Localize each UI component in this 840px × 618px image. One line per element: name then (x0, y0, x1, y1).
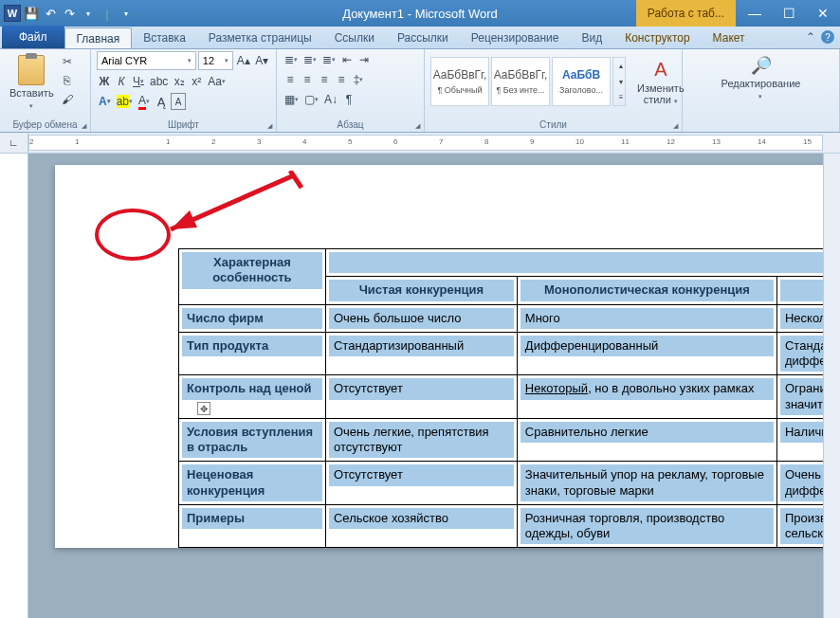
bullets-icon[interactable]: ≣▾ (283, 51, 300, 68)
multilevel-icon[interactable]: ≣▾ (320, 51, 338, 68)
line-spacing-icon[interactable]: ‡▾ (351, 71, 366, 88)
align-center-icon[interactable]: ≡ (300, 71, 315, 88)
cell: Стандартизированный (329, 336, 514, 356)
align-right-icon[interactable]: ≡ (317, 71, 332, 88)
tab-references[interactable]: Ссылки (323, 27, 386, 48)
copy-icon[interactable]: ⎘ (60, 72, 75, 89)
table-tools-tab[interactable]: Работа с таб... (636, 0, 736, 27)
quick-access-toolbar: W 💾 ↶ ↷ ▾ | ▾ (0, 5, 135, 22)
cut-icon[interactable]: ✂ (60, 53, 75, 70)
align-left-icon[interactable]: ≡ (283, 71, 298, 88)
tab-stop-selector[interactable]: ∟ (0, 133, 28, 153)
help-icon[interactable]: ? (821, 30, 834, 44)
save-icon[interactable]: 💾 (23, 5, 40, 22)
borders-icon[interactable]: ▢▾ (302, 91, 320, 108)
show-marks-icon[interactable]: ¶ (341, 91, 356, 108)
close-button[interactable]: ✕ (806, 0, 840, 27)
undo-icon[interactable]: ↶ (42, 5, 59, 22)
th-mono: Монополистическая конкуренция (520, 280, 774, 300)
tab-file[interactable]: Файл (2, 26, 64, 48)
highlight-icon[interactable]: ab▾ (115, 93, 135, 110)
table-row[interactable]: Неценовая конкуренцияОтсутствуетЗначител… (179, 462, 824, 505)
table-row[interactable]: ПримерыСельское хозяйствоРозничная торго… (179, 504, 824, 548)
ruler-tick: 6 (393, 137, 397, 146)
ruler-tick: 4 (302, 137, 306, 146)
row-label: Примеры (182, 508, 322, 529)
redo-icon[interactable]: ↷ (61, 5, 78, 22)
row-label: Условия вступления в отрасль (182, 422, 322, 459)
table-row[interactable]: Тип продуктаСтандартизированныйДифференц… (179, 332, 824, 375)
tab-view[interactable]: Вид (570, 27, 613, 48)
font-color-icon[interactable]: A▾ (137, 93, 152, 110)
tab-page-layout[interactable]: Разметка страницы (197, 27, 323, 48)
style-no-spacing[interactable]: АаБбВвГг, ¶ Без инте... (491, 57, 550, 106)
grow-font-icon[interactable]: A▴ (235, 52, 252, 69)
document-area: ✥ Характерная особенность Моде Чистая ко… (0, 154, 840, 618)
th-model: Моде (329, 252, 823, 273)
sort-icon[interactable]: A↓ (322, 91, 339, 108)
editing-button[interactable]: 🔎 Редактирование▾ (688, 51, 833, 104)
text-effects-icon[interactable]: A▾ (97, 93, 113, 110)
cell: Нескольк (780, 308, 823, 329)
numbering-icon[interactable]: ≣▾ (301, 51, 319, 68)
style-more-icon[interactable]: ≡ (613, 89, 629, 105)
vertical-scrollbar[interactable] (823, 154, 840, 618)
table-row[interactable]: Условия вступления в отрасльОчень легкие… (179, 418, 824, 462)
table-row[interactable]: Контроль над ценойОтсутствуетНекоторый, … (179, 375, 824, 419)
style-gallery[interactable]: АаБбВвГг, ¶ Обычный АаБбВвГг, ¶ Без инте… (430, 57, 611, 106)
tab-table-layout[interactable]: Макет (702, 27, 757, 48)
qat-dd-icon[interactable]: ▾ (118, 5, 135, 22)
qat-more-icon[interactable]: ▾ (80, 5, 97, 22)
cell: Много (520, 308, 774, 329)
ruler-tick: 8 (484, 137, 488, 146)
page: ✥ Характерная особенность Моде Чистая ко… (55, 165, 823, 548)
group-label-font: Шрифт (97, 119, 270, 132)
table-move-handle[interactable]: ✥ (197, 402, 210, 415)
tab-home[interactable]: Главная (64, 27, 133, 48)
group-editing: 🔎 Редактирование▾ (683, 49, 840, 132)
minimize-button[interactable]: — (738, 0, 772, 27)
style-down-icon[interactable]: ▾ (613, 74, 629, 90)
outdent-icon[interactable]: ⇤ (339, 51, 355, 68)
font-name-select[interactable]: Arial CYR▾ (97, 51, 196, 70)
bold-icon[interactable]: Ж (97, 73, 112, 90)
indent-icon[interactable]: ⇥ (356, 51, 372, 68)
content-table[interactable]: Характерная особенность Моде Чистая конк… (178, 248, 823, 548)
justify-icon[interactable]: ≡ (334, 71, 349, 88)
char-border-icon[interactable]: A (171, 93, 186, 110)
strike-icon[interactable]: abc (148, 73, 170, 90)
style-heading[interactable]: АаБбВ Заголово... (552, 57, 611, 106)
clear-format-icon[interactable]: Ą (154, 93, 169, 110)
superscript-icon[interactable]: x² (189, 73, 204, 90)
minimize-ribbon-icon[interactable]: ⌃ (806, 30, 815, 44)
vertical-ruler[interactable] (0, 154, 28, 618)
change-styles-button[interactable]: A Изменить стили ▾ (633, 55, 688, 109)
underline-icon[interactable]: Ч▾ (131, 73, 146, 90)
tab-mailings[interactable]: Рассылки (386, 27, 460, 48)
tab-review[interactable]: Рецензирование (460, 27, 571, 48)
paste-button[interactable]: Вставить▾ (6, 51, 58, 114)
cell: Ограниче значител (780, 378, 823, 415)
font-size-select[interactable]: 12▾ (198, 51, 233, 70)
document-viewport[interactable]: ✥ Характерная особенность Моде Чистая ко… (28, 154, 823, 618)
horizontal-ruler[interactable]: 211234567891011121314151617 (28, 135, 823, 151)
table-row[interactable]: Число фирмОчень большое числоМногоНескол… (179, 304, 824, 332)
subscript-icon[interactable]: x₂ (172, 73, 187, 90)
ruler-row: ∟ 211234567891011121314151617 (0, 133, 840, 154)
find-icon: 🔎 (751, 55, 772, 76)
italic-icon[interactable]: К (114, 73, 129, 90)
word-logo-icon[interactable]: W (4, 5, 21, 22)
tab-table-design[interactable]: Конструктор (613, 27, 701, 48)
shading-icon[interactable]: ▦▾ (283, 91, 301, 108)
group-label-clipboard: Буфер обмена (6, 119, 84, 132)
format-painter-icon[interactable]: 🖌 (60, 91, 75, 108)
change-case-icon[interactable]: Aa▾ (206, 73, 228, 90)
cell: Очень большое число (329, 308, 514, 329)
shrink-font-icon[interactable]: A▾ (253, 52, 270, 69)
maximize-button[interactable]: ☐ (772, 0, 806, 27)
titlebar: W 💾 ↶ ↷ ▾ | ▾ Документ1 - Microsoft Word… (0, 0, 840, 27)
style-normal[interactable]: АаБбВвГг, ¶ Обычный (430, 57, 489, 106)
ruler-tick: 12 (667, 137, 675, 146)
tab-insert[interactable]: Вставка (132, 27, 197, 48)
style-up-icon[interactable]: ▴ (613, 58, 629, 74)
